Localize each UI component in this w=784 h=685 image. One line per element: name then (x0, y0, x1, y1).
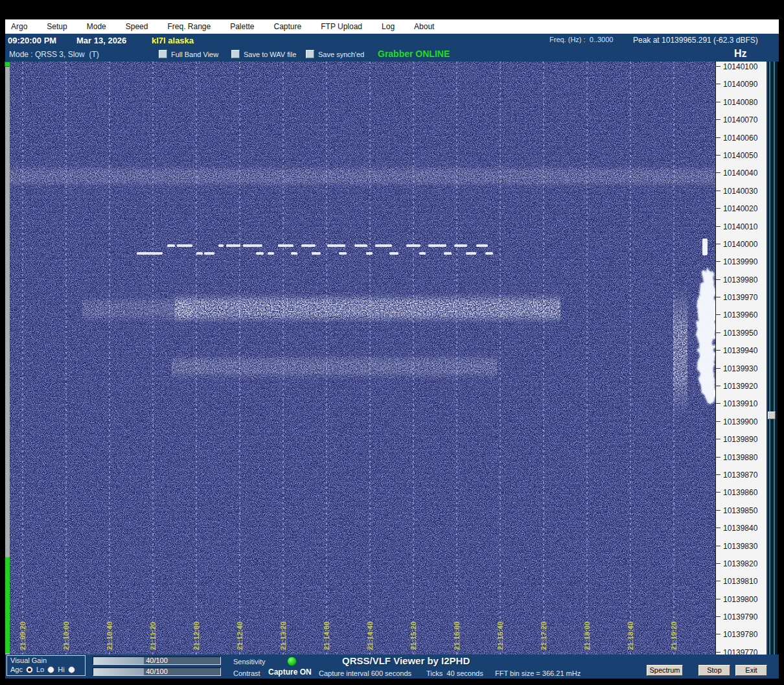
menu-item-about[interactable]: About (404, 22, 444, 31)
freq-scale-value: 10139990 (723, 257, 757, 266)
qrss-dash (354, 244, 367, 247)
spectrogram-canvas: 21:09:2021:10:0021:10:4021:11:2021:12:00… (10, 62, 715, 655)
live-edge-dash (702, 238, 708, 255)
qrss-dash (196, 252, 203, 255)
info-bar: 09:20:00 PM Mar 13, 2026 kl7l alaska Fre… (5, 34, 779, 48)
time-axis-label: 21:16:40 (496, 621, 504, 650)
frequency-range-readout: Freq. (Hz) : 0..3000 (549, 36, 613, 43)
freq-scale-value: 10139790 (723, 612, 757, 621)
freq-scale-tick (716, 350, 721, 351)
menu-item-palette[interactable]: Palette (220, 22, 264, 31)
visual-gain-title: Visual Gain (10, 656, 47, 664)
checkbox-label-full-band-view: Full Band View (171, 51, 218, 58)
freq-scale-value: 10139850 (723, 506, 757, 515)
freq-scale-value: 10139920 (723, 382, 757, 391)
menu-item-speed[interactable]: Speed (116, 22, 158, 31)
freq-scale-tick (716, 546, 721, 546)
radio-label-lo: Lo (36, 666, 44, 673)
freq-scale-value: 10140100 (723, 62, 757, 71)
grabber-status: Grabber ONLINE (378, 49, 450, 59)
qrss-dash (278, 244, 294, 247)
radio-lo[interactable] (47, 666, 54, 673)
checkbox-group-save-to-wav-file: Save to WAV file (231, 50, 296, 58)
freq-scale-value: 10139860 (723, 488, 757, 497)
time-axis-label: 21:09:20 (19, 621, 27, 650)
radio-label-agc: Agc (10, 666, 23, 673)
time-axis-label: 21:16:00 (453, 621, 461, 650)
stop-button[interactable]: Stop (698, 665, 730, 676)
freq-scale-value: 10139890 (723, 435, 757, 444)
checkbox-full-band-view[interactable] (159, 50, 167, 58)
time-axis-label: 21:12:40 (236, 621, 244, 650)
menu-item-argo[interactable]: Argo (5, 22, 37, 31)
checkbox-label-save-synch-ed: Save synch'ed (318, 51, 364, 58)
frequency-scrollbar-thumb[interactable] (768, 412, 776, 419)
qrss-dash (312, 252, 321, 255)
capture-progress-fill (5, 557, 10, 653)
time-axis-label: 21:17:20 (540, 621, 548, 650)
freq-scale-tick (716, 279, 721, 280)
freq-scale-value: 10140070 (723, 115, 757, 124)
freq-scale-tick (716, 581, 721, 581)
argo-window: ArgoSetupModeSpeedFreq. RangePaletteCapt… (0, 0, 784, 685)
contrast-slider-value: 40/100 (93, 668, 220, 675)
menu-item-ftp-upload[interactable]: FTP Upload (311, 22, 372, 31)
freq-scale-value: 10139900 (723, 417, 757, 426)
sensitivity-slider-value: 40/100 (93, 657, 220, 664)
freq-scale-tick (716, 172, 721, 173)
qrss-dash (226, 244, 240, 247)
main-signal-band (175, 294, 560, 323)
qrss-dash (167, 244, 175, 247)
qrss-dash (291, 252, 297, 255)
capture-led-icon (287, 656, 297, 666)
checkbox-save-to-wav-file[interactable] (231, 50, 240, 58)
radio-label-hi: Hi (58, 666, 64, 673)
checkbox-save-synch-ed[interactable] (306, 50, 314, 58)
radio-agc[interactable] (26, 666, 33, 673)
contrast-label: Contrast (233, 669, 260, 677)
time-axis-label: 21:13:20 (279, 621, 287, 650)
spectrogram-waterfall: 21:09:2021:10:0021:10:4021:11:2021:12:00… (10, 62, 715, 655)
freq-scale-value: 10139830 (723, 542, 757, 551)
freq-scale-tick (716, 474, 721, 475)
qrss-dash (301, 244, 316, 247)
freq-scale-tick (716, 652, 721, 653)
checkbox-group-full-band-view: Full Band View (159, 50, 218, 58)
peak-readout: Peak at 10139965.291 (-62.3 dBFS) (633, 36, 758, 45)
freq-scale-tick (716, 66, 721, 67)
exit-button[interactable]: Exit (735, 665, 767, 676)
capture-status: Capture ON (268, 668, 312, 677)
menu-item-capture[interactable]: Capture (264, 22, 312, 31)
sensitivity-slider[interactable]: 40/100 (93, 656, 221, 665)
clock-display: 09:20:00 PM (8, 36, 56, 45)
radio-hi[interactable] (68, 666, 75, 673)
time-axis-label: 21:10:00 (62, 621, 70, 650)
qrss-dash (204, 252, 214, 255)
freq-scale-value: 10139880 (723, 453, 757, 462)
freq-scale-tick (716, 261, 721, 262)
fft-bin-size-label: FFT bin size = 366.21 mHz (495, 669, 581, 677)
time-axis-label: 21:10:40 (106, 621, 113, 650)
freq-scale-tick (716, 386, 721, 386)
contrast-slider[interactable]: 40/100 (93, 668, 221, 676)
control-bar: Visual Gain AgcLoHi 40/100 40/100 Sensit… (5, 655, 779, 679)
freq-scale-value: 10140030 (723, 187, 757, 196)
menu-item-freq-range[interactable]: Freq. Range (157, 22, 220, 31)
freq-scale-value: 10139970 (723, 293, 757, 302)
qrss-dash (476, 244, 488, 247)
ticks-label: Ticks 40 seconds (426, 669, 483, 677)
freq-scale-tick (716, 84, 721, 84)
visual-gain-radio-row: AgcLoHi (10, 666, 75, 673)
menu-item-setup[interactable]: Setup (37, 22, 76, 31)
qrss-dash (485, 252, 493, 255)
menu-item-mode[interactable]: Mode (77, 22, 116, 31)
freq-scale-tick (716, 492, 721, 493)
spectrum-button[interactable]: Spectrum (647, 665, 683, 676)
menu-item-log[interactable]: Log (372, 22, 404, 31)
freq-scale-value: 10139840 (723, 524, 757, 533)
mode-label: Mode : QRSS 3, Slow (T) (9, 50, 99, 59)
freq-scale-tick (716, 297, 721, 297)
qrss-dash (419, 252, 426, 255)
freq-scale-value: 10140020 (723, 204, 757, 213)
frequency-scrollbar[interactable] (767, 62, 778, 655)
